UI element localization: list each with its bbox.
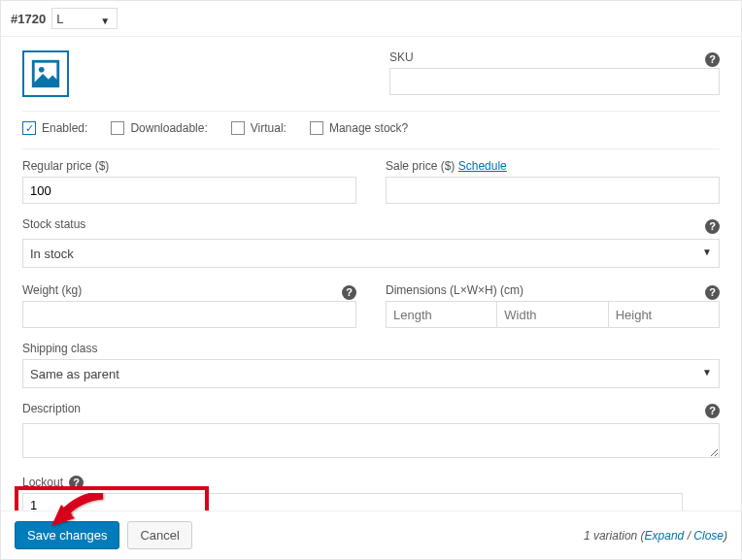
help-icon[interactable]: ? (705, 404, 720, 418)
sale-price-label: Sale price ($) Schedule (386, 159, 720, 173)
footer-meta: 1 variation (Expand / Close) (584, 529, 727, 543)
virtual-label: Virtual: (251, 121, 287, 135)
variation-options-row: ✓Enabled: Downloadable: Virtual: Manage … (22, 121, 720, 135)
stock-status-label: Stock status (22, 217, 85, 231)
downloadable-checkbox[interactable]: Downloadable: (111, 121, 207, 135)
help-icon[interactable]: ? (342, 285, 356, 300)
help-icon[interactable]: ? (69, 476, 84, 490)
height-input[interactable] (609, 301, 720, 328)
variation-id: #1720 (11, 12, 46, 26)
weight-label: Weight (kg) (22, 283, 82, 297)
dimensions-label: Dimensions (L×W×H) (cm) (386, 283, 523, 297)
footer-bar: Save changes Cancel 1 variation (Expand … (1, 511, 741, 559)
sku-input[interactable] (389, 68, 720, 95)
expand-link[interactable]: Expand (645, 529, 685, 543)
help-icon[interactable]: ? (705, 285, 720, 300)
shipping-class-label: Shipping class (22, 342, 720, 355)
regular-price-input[interactable] (22, 177, 356, 204)
cancel-button[interactable]: Cancel (127, 521, 191, 549)
virtual-checkbox[interactable]: Virtual: (231, 121, 287, 135)
image-icon (29, 57, 62, 90)
save-button[interactable]: Save changes (15, 521, 119, 549)
variation-header: #1720 L (1, 1, 741, 37)
lockout-label: Lockout (22, 476, 63, 489)
sale-price-input[interactable] (386, 177, 720, 204)
length-input[interactable] (386, 301, 497, 328)
sku-label: SKU (389, 50, 414, 64)
description-label: Description (22, 402, 81, 415)
manage-stock-label: Manage stock? (329, 121, 408, 135)
width-input[interactable] (497, 301, 608, 328)
variation-image-placeholder[interactable] (22, 50, 69, 97)
variation-attribute-select[interactable]: L (51, 8, 118, 29)
description-textarea[interactable] (22, 423, 720, 458)
weight-input[interactable] (22, 301, 356, 328)
shipping-class-select[interactable]: Same as parent (22, 359, 720, 388)
enabled-label: Enabled: (42, 121, 87, 135)
help-icon[interactable]: ? (705, 219, 720, 234)
help-icon[interactable]: ? (705, 52, 720, 67)
svg-point-1 (39, 67, 45, 73)
schedule-link[interactable]: Schedule (458, 159, 507, 173)
stock-status-select[interactable]: In stock (22, 239, 720, 268)
enabled-checkbox[interactable]: ✓Enabled: (22, 121, 87, 135)
downloadable-label: Downloadable: (130, 121, 207, 135)
manage-stock-checkbox[interactable]: Manage stock? (310, 121, 408, 135)
close-link[interactable]: Close (693, 529, 724, 543)
variation-attribute-select-wrap: L (51, 8, 118, 29)
regular-price-label: Regular price ($) (22, 159, 356, 173)
